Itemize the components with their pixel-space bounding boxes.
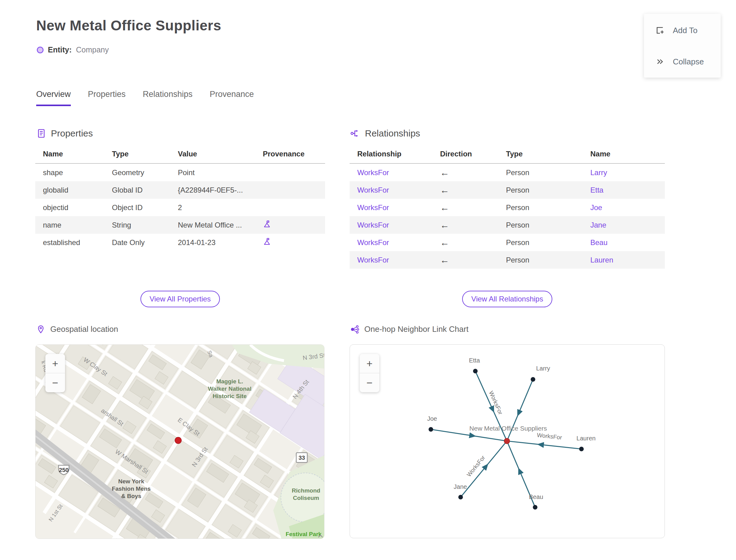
map-zoom-widget: + − — [45, 354, 65, 392]
relationship-link[interactable]: WorksFor — [357, 221, 389, 229]
prop-name: established — [35, 238, 104, 247]
add-to-icon — [655, 25, 665, 35]
chart-node-label: Lauren — [577, 435, 596, 442]
chart-node-label: Larry — [536, 365, 550, 372]
chart-node-label: Joe — [427, 415, 437, 422]
entity-label: Entity: — [48, 45, 72, 54]
entity-name-link[interactable]: Lauren — [590, 256, 613, 264]
chart-node[interactable] — [579, 447, 584, 451]
prop-type: String — [104, 221, 170, 229]
relationships-table-header: Relationship Direction Type Name — [350, 150, 665, 164]
table-row: globalidGlobal ID{A228944F-0EF5-... — [35, 181, 325, 199]
properties-table-body: shapeGeometryPointglobalidGlobal ID{A228… — [35, 164, 325, 251]
entity-details-page: New Metal Office Suppliers Entity: Compa… — [0, 0, 736, 560]
prop-name: objectid — [35, 203, 104, 212]
view-all-relationships-button[interactable]: View All Relationships — [462, 291, 552, 307]
rel-type: Person — [498, 238, 583, 247]
col-rel-name: Name — [583, 150, 665, 158]
direction-arrow: ← — [440, 255, 449, 265]
tab-provenance[interactable]: Provenance — [210, 90, 254, 106]
chart-edge-label: WorksFor — [466, 454, 486, 478]
chart-zoom-widget: + − — [360, 354, 379, 392]
chart-node[interactable] — [429, 427, 433, 432]
prop-name: globalid — [35, 186, 104, 194]
view-all-properties-button[interactable]: View All Properties — [140, 291, 220, 307]
map-location-marker — [175, 437, 182, 444]
chart-node[interactable] — [458, 495, 463, 500]
chart-node-label: Etta — [469, 357, 480, 364]
map-label: Coliseum — [293, 495, 319, 501]
entity-name-link[interactable]: Etta — [590, 186, 604, 194]
direction-arrow: ← — [440, 167, 449, 178]
chart-node[interactable] — [533, 505, 538, 510]
prop-value: 2014-01-23 — [170, 238, 253, 247]
route-shield: 33 — [296, 453, 307, 462]
table-row: nameStringNew Metal Office ... — [35, 216, 325, 234]
collapse-label: Collapse — [673, 57, 704, 67]
collapse-button[interactable]: Collapse — [655, 57, 704, 67]
tab-relationships[interactable]: Relationships — [143, 90, 193, 106]
svg-text:250: 250 — [59, 467, 69, 473]
properties-table-header: Name Type Value Provenance — [35, 150, 325, 164]
tab-properties[interactable]: Properties — [88, 90, 126, 106]
link-chart-panel[interactable]: + − EttaLarryJoeLaurenJaneBeauNew Metal … — [350, 344, 665, 538]
prop-provenance — [253, 220, 325, 230]
entity-name-link[interactable]: Jane — [590, 221, 606, 229]
chart-zoom-in-button[interactable]: + — [360, 354, 379, 373]
properties-section-header: Properties — [36, 128, 93, 139]
col-provenance: Provenance — [253, 150, 325, 158]
tab-overview[interactable]: Overview — [36, 90, 71, 106]
relationship-link[interactable]: WorksFor — [357, 238, 389, 247]
prop-value: {A228944F-0EF5-... — [170, 186, 253, 194]
entity-name-link[interactable]: Larry — [590, 168, 607, 177]
chart-node-label: Jane — [454, 483, 467, 490]
table-row: WorksFor←PersonLauren — [350, 251, 665, 269]
chart-node[interactable] — [473, 369, 478, 374]
table-row: WorksFor←PersonLarry — [350, 164, 665, 181]
relationship-link[interactable]: WorksFor — [357, 203, 389, 212]
relationship-link[interactable]: WorksFor — [357, 168, 389, 177]
page-title: New Metal Office Suppliers — [36, 17, 221, 34]
chart-edge[interactable] — [461, 441, 507, 497]
map-canvas[interactable]: 33250 k RdW Clay StSaarshall StW Marshal… — [36, 345, 324, 539]
map-label: New York — [118, 478, 144, 485]
rel-type: Person — [498, 256, 583, 264]
map-label: Fashion Mens — [112, 485, 151, 492]
map-label: Maggie L. — [216, 378, 243, 385]
table-row: WorksFor←PersonJane — [350, 216, 665, 234]
direction-arrow: ← — [440, 220, 449, 230]
prop-name: shape — [35, 168, 104, 177]
link-chart-canvas[interactable]: EttaLarryJoeLaurenJaneBeauNew Metal Offi… — [350, 345, 665, 538]
provenance-flag-icon[interactable] — [263, 221, 271, 230]
prop-name: name — [35, 221, 104, 229]
map-zoom-in-button[interactable]: + — [45, 354, 65, 373]
geospatial-map[interactable]: + − 33250 k RdW Cla — [35, 344, 324, 539]
map-zoom-out-button[interactable]: − — [45, 373, 65, 392]
table-row: establishedDate Only2014-01-23 — [35, 234, 325, 251]
chart-edge[interactable] — [507, 441, 581, 449]
col-direction: Direction — [432, 150, 498, 158]
provenance-flag-icon[interactable] — [263, 239, 271, 247]
entity-name-link[interactable]: Joe — [590, 203, 602, 212]
relationship-link[interactable]: WorksFor — [357, 186, 389, 194]
table-row: shapeGeometryPoint — [35, 164, 325, 181]
chart-zoom-out-button[interactable]: − — [360, 373, 379, 392]
col-value: Value — [170, 150, 253, 158]
add-to-button[interactable]: Add To — [655, 25, 697, 35]
chart-edge-label: WorksFor — [537, 432, 562, 441]
prop-type: Object ID — [104, 203, 170, 212]
map-label: Richmond — [292, 487, 320, 494]
tab-bar: Overview Properties Relationships Proven… — [36, 90, 254, 106]
rel-type: Person — [498, 168, 583, 177]
relationship-link[interactable]: WorksFor — [357, 256, 389, 264]
relationships-section-title: Relationships — [365, 128, 420, 139]
col-rel-type: Type — [498, 150, 583, 158]
chart-center-node[interactable] — [504, 438, 510, 444]
chart-edge-label: WorksFor — [488, 390, 504, 416]
add-to-label: Add To — [673, 26, 697, 35]
link-chart-icon — [350, 325, 359, 334]
chart-node[interactable] — [531, 377, 535, 382]
geospatial-section-title: Geospatial location — [50, 324, 118, 334]
entity-row: Entity: Company — [37, 45, 109, 54]
entity-name-link[interactable]: Beau — [590, 238, 608, 247]
